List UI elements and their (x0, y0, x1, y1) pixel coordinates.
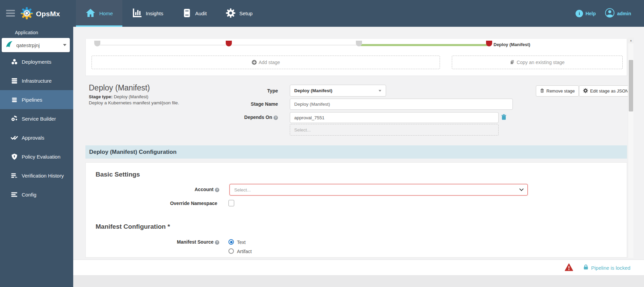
gear-icon (583, 88, 588, 94)
sidebar-item-infrastructure[interactable]: Infrastructure (0, 71, 73, 90)
manifest-configuration-title: Manifest Configuration * (96, 223, 170, 230)
help-question-icon[interactable] (215, 188, 219, 192)
warning-icon[interactable] (565, 263, 573, 272)
stage-type-select[interactable]: Deploy (Manifest) (290, 85, 386, 97)
sidebar-item-config[interactable]: Config (0, 185, 73, 204)
stage-name-field-wrap (290, 99, 513, 110)
pipeline-locked-status: Pipeline is locked (583, 264, 630, 271)
help-question-icon[interactable] (215, 240, 219, 245)
service-builder-icon (10, 115, 19, 122)
sidebar-item-label: Approvals (22, 135, 44, 141)
tab-audit[interactable]: Audit (173, 0, 216, 27)
sidebar-item-policy-evaluation[interactable]: Policy Evaluation (0, 147, 73, 166)
hamburger-menu-icon[interactable] (6, 10, 15, 17)
opsmx-logo[interactable]: OpsMx (20, 7, 60, 21)
help-question-icon[interactable] (274, 116, 278, 120)
deployments-icon (10, 58, 19, 65)
config-icon (10, 191, 19, 198)
lock-icon (583, 264, 589, 271)
remove-stage-button[interactable]: Remove stage (536, 85, 579, 97)
add-stage-button[interactable]: Add stage (92, 56, 440, 69)
edit-stage-json-button[interactable]: Edit stage as JSON (579, 85, 632, 97)
account-label-text: Account (195, 187, 214, 192)
radio-text-label[interactable]: Text (237, 240, 246, 245)
insights-icon (132, 8, 142, 19)
stage-node-deploy-manifest[interactable] (486, 41, 492, 46)
pipeline-stages-card: Deploy (Manifest) Add stage Copy an exis… (85, 39, 627, 76)
depends-on-label-text: Depends On (244, 115, 272, 120)
sidebar-item-deployments[interactable]: Deployments (0, 52, 73, 71)
stage-type-line: Stage type: Deploy (Manifest) (89, 94, 148, 99)
opsmx-app: OpsMx Home Insights Audit (0, 0, 644, 287)
copy-stage-label: Copy an existing stage (517, 60, 565, 65)
type-field-label: Type (210, 88, 278, 94)
stage-node-label[interactable]: Deploy (Manifest) (494, 42, 530, 47)
configuration-section-title: Deploy (Manifest) Configuration (89, 149, 177, 156)
depends-on-field-label: Depends On (210, 115, 278, 120)
add-stage-label: Add stage (259, 60, 280, 65)
bottom-strip (73, 275, 644, 287)
copy-existing-stage-button[interactable]: Copy an existing stage (452, 56, 623, 69)
approvals-icon (10, 134, 19, 141)
sidebar-item-label: Policy Evaluation (22, 154, 60, 160)
tab-insights[interactable]: Insights (122, 0, 173, 27)
account-field-label: Account (141, 187, 219, 192)
radio-artifact-label[interactable]: Artifact (237, 249, 252, 254)
stage-editor-title: Deploy (Manifest) (89, 83, 150, 93)
stage-graph: Deploy (Manifest) (86, 41, 627, 50)
depends-on-input[interactable] (290, 112, 499, 123)
info-icon: i (576, 10, 583, 17)
setup-gear-icon (226, 8, 236, 19)
manifest-source-label: Manifest Source (141, 239, 219, 245)
stage-node-2[interactable] (226, 41, 232, 46)
sidebar-item-label: Infrastructure (22, 78, 52, 84)
configuration-card: Basic Settings Account Select... Overrid… (85, 162, 627, 258)
scrollbar-thumb[interactable] (629, 60, 633, 111)
manifest-source-label-text: Manifest Source (177, 239, 214, 245)
trash-icon (540, 88, 544, 94)
tab-audit-label: Audit (195, 11, 207, 16)
pipelines-icon (10, 96, 19, 103)
chevron-down-icon (379, 90, 381, 91)
help-label: Help (585, 11, 596, 16)
stage-description: Deploy a Kubernetes manifest yaml/json f… (89, 100, 179, 105)
chevron-down-icon (63, 44, 66, 46)
user-menu[interactable]: admin (605, 8, 631, 19)
audit-icon (182, 8, 192, 19)
sidebar-item-service-builder[interactable]: Service Builder (0, 109, 73, 128)
top-nav-bar: OpsMx Home Insights Audit (0, 0, 644, 27)
application-selector[interactable]: qatestrpjnj (2, 38, 70, 52)
depends-on-placeholder-text: Select... (294, 127, 311, 132)
radio-manifest-source-artifact[interactable] (228, 248, 234, 254)
scrollbar-up-arrow[interactable] (628, 38, 634, 43)
stage-name-input[interactable] (290, 99, 513, 110)
left-sidebar: Application qatestrpjnj Deployments Infr… (0, 27, 73, 287)
vertical-scrollbar[interactable] (628, 38, 633, 258)
tab-setup-label: Setup (239, 11, 253, 16)
application-section-label: Application (15, 30, 38, 35)
tab-home[interactable]: Home (76, 0, 122, 27)
sidebar-menu: Deployments Infrastructure Pipelines Ser… (0, 52, 73, 204)
main-nav-tabs: Home Insights Audit Setup (76, 0, 262, 27)
status-footer: Pipeline is locked (73, 260, 644, 275)
configuration-section-header: Deploy (Manifest) Configuration (85, 145, 627, 159)
tab-setup[interactable]: Setup (216, 0, 262, 27)
help-link[interactable]: i Help (576, 10, 596, 17)
home-icon (85, 8, 96, 19)
sidebar-item-label: Deployments (22, 59, 52, 65)
override-namespace-checkbox[interactable] (228, 200, 234, 206)
stage-type-value: Deploy (Manifest) (114, 94, 148, 99)
radio-manifest-source-text[interactable] (228, 239, 234, 245)
tab-insights-label: Insights (146, 11, 163, 16)
account-select[interactable]: Select... (229, 184, 528, 196)
chevron-down-icon (519, 187, 524, 191)
remove-dependency-trash-icon[interactable] (501, 114, 506, 121)
sidebar-item-approvals[interactable]: Approvals (0, 128, 73, 147)
pipeline-locked-label: Pipeline is locked (591, 265, 630, 271)
sidebar-item-pipelines[interactable]: Pipelines (0, 90, 73, 109)
depends-on-select-placeholder[interactable]: Select... (290, 124, 499, 136)
sidebar-item-verification-history[interactable]: Verification History (0, 166, 73, 185)
sidebar-item-label: Verification History (22, 173, 64, 179)
stage-node-1[interactable] (94, 41, 100, 46)
infrastructure-icon (10, 77, 19, 84)
